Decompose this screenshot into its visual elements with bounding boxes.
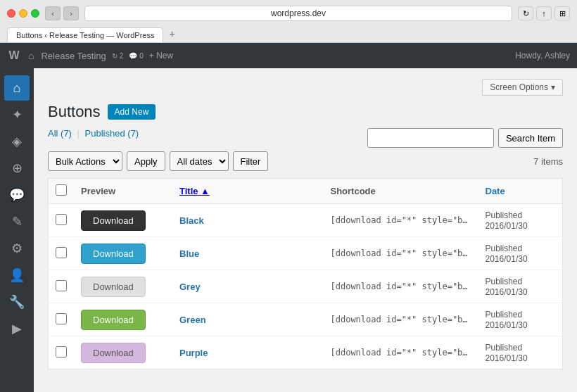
row-date-cell: Published 2016/01/30 (478, 204, 563, 237)
filter-button[interactable]: Filter (233, 151, 269, 171)
wp-logo[interactable]: W (7, 49, 21, 63)
home-icon[interactable]: ⌂ (28, 50, 34, 61)
row-date-cell: Published 2016/01/30 (478, 303, 563, 336)
shortcode-value: [ddownload id="*" style="butt (331, 248, 471, 258)
browser-tab-bar: Buttons ‹ Release Testing — WordPress + (7, 25, 570, 42)
filter-actions: Bulk Actions Apply All dates Filter 7 it… (48, 151, 563, 171)
sidebar-icon-dashboard[interactable]: ⌂ (4, 75, 30, 101)
download-button-green[interactable]: Download (81, 310, 146, 330)
item-title-link[interactable]: Grey (179, 282, 201, 292)
sidebar-icon-settings[interactable]: ▶ (4, 316, 30, 341)
refresh-button[interactable]: ↻ (518, 6, 533, 20)
comments-item[interactable]: 💬 0 (129, 52, 144, 60)
row-title-cell: Grey (172, 270, 324, 303)
row-checkbox[interactable] (56, 280, 67, 291)
row-shortcode-cell: [ddownload id="*" style="butt (324, 270, 478, 303)
shortcode-value: [ddownload id="*" style="butt (331, 348, 471, 358)
sidebar-icon-plugins[interactable]: ⚙ (4, 236, 30, 261)
shortcode-value: [ddownload id="*" style="butt (331, 282, 471, 291)
sort-title-link[interactable]: Title ▲ (179, 186, 210, 196)
comments-icon: 💬 (129, 52, 137, 60)
address-bar[interactable]: wordpress.dev (84, 6, 512, 21)
row-preview-cell: Download (74, 270, 172, 303)
sidebar-icon-tools[interactable]: 🔧 (4, 289, 30, 315)
table-row: Download Green [ddownload id="*" style="… (49, 303, 563, 336)
date-value: 2016/01/30 (486, 254, 528, 264)
download-button-purple[interactable]: Download (81, 343, 146, 363)
row-date-cell: Published 2016/01/30 (478, 237, 563, 270)
sidebar-icon-users[interactable]: 👤 (4, 263, 30, 288)
fullscreen-button[interactable] (31, 9, 39, 18)
sidebar-icon-comments[interactable]: 💬 (4, 182, 30, 208)
filter-actions-left: Bulk Actions Apply All dates Filter (48, 151, 268, 171)
page-title: Buttons (48, 103, 101, 121)
sidebar-icon-media[interactable]: ◈ (4, 129, 30, 154)
item-title-link[interactable]: Purple (179, 348, 208, 358)
header-date[interactable]: Date (478, 179, 563, 204)
close-button[interactable] (7, 9, 15, 18)
sidebar: ⌂ ✦ ◈ ⊕ 💬 ✎ ⚙ 👤 🔧 ▶ (0, 68, 34, 392)
updates-icon: ↻ (112, 52, 118, 60)
row-date-cell: Published 2016/01/30 (478, 270, 563, 303)
add-new-button[interactable]: Add New (108, 104, 156, 120)
select-all-checkbox[interactable] (56, 184, 67, 196)
screen-options-bar: Screen Options ▾ (48, 79, 563, 96)
new-content-button[interactable]: + New (149, 51, 173, 61)
bulk-actions-select[interactable]: Bulk Actions (48, 151, 122, 171)
items-table: Preview Title ▲ Shortcode Date (48, 178, 563, 369)
item-title-link[interactable]: Black (179, 215, 204, 226)
sidebar-icon-posts[interactable]: ✦ (4, 102, 30, 127)
apply-button[interactable]: Apply (127, 151, 165, 171)
main-content: Screen Options ▾ Buttons Add New All (7)… (34, 68, 577, 392)
download-button-black[interactable]: Download (81, 210, 146, 231)
published-filter-link[interactable]: Published (7) (85, 128, 139, 139)
date-value: 2016/01/30 (486, 320, 528, 330)
row-checkbox[interactable] (56, 313, 67, 324)
wp-admin-bar: W ⌂ Release Testing ↻ 2 💬 0 + New Howdy,… (0, 43, 577, 68)
shortcode-value: [ddownload id="*" style="butt (331, 215, 471, 225)
browser-tab[interactable]: Buttons ‹ Release Testing — WordPress (7, 27, 163, 42)
table-row: Download Grey [ddownload id="*" style="b… (49, 270, 563, 303)
row-checkbox-cell (49, 336, 75, 369)
row-title-cell: Black (172, 204, 324, 237)
new-window-button[interactable]: ⊞ (554, 6, 570, 20)
row-checkbox-cell (49, 204, 75, 237)
traffic-lights (7, 9, 39, 18)
header-title[interactable]: Title ▲ (172, 179, 324, 204)
row-shortcode-cell: [ddownload id="*" style="butt (324, 303, 478, 336)
row-checkbox[interactable] (56, 247, 67, 258)
item-title-link[interactable]: Green (179, 315, 206, 325)
search-area: Search Item (367, 128, 563, 148)
sidebar-icon-pages[interactable]: ⊕ (4, 156, 30, 181)
row-title-cell: Purple (172, 336, 324, 369)
header-shortcode: Shortcode (324, 179, 478, 204)
new-tab-button[interactable]: + (163, 25, 180, 42)
date-status: Published (486, 210, 523, 220)
search-input[interactable] (367, 128, 494, 148)
updates-item[interactable]: ↻ 2 (112, 52, 124, 60)
browser-chrome: ‹ › wordpress.dev ↻ ↑ ⊞ Buttons ‹ Releas… (0, 0, 577, 43)
browser-actions: ↻ ↑ ⊞ (518, 6, 570, 20)
table-row: Download Blue [ddownload id="*" style="b… (49, 237, 563, 270)
date-value: 2016/01/30 (486, 353, 528, 363)
date-status: Published (486, 244, 523, 253)
search-button[interactable]: Search Item (498, 128, 563, 148)
header-preview: Preview (74, 179, 172, 204)
download-button-blue[interactable]: Download (81, 244, 146, 264)
all-filter-link[interactable]: All (7) (48, 128, 72, 139)
row-title-cell: Blue (172, 237, 324, 270)
minimize-button[interactable] (19, 9, 27, 18)
download-button-grey[interactable]: Download (81, 277, 146, 297)
back-button[interactable]: ‹ (45, 6, 61, 20)
row-checkbox[interactable] (56, 346, 67, 358)
screen-options-button[interactable]: Screen Options ▾ (482, 79, 563, 96)
sidebar-icon-appearance[interactable]: ✎ (4, 209, 30, 234)
item-title-link[interactable]: Blue (179, 248, 199, 259)
table-row: Download Black [ddownload id="*" style="… (49, 204, 563, 237)
share-button[interactable]: ↑ (536, 6, 552, 20)
forward-button[interactable]: › (63, 6, 79, 20)
dates-select[interactable]: All dates (170, 151, 229, 171)
row-checkbox[interactable] (56, 214, 67, 225)
site-name[interactable]: Release Testing (41, 51, 106, 61)
date-status: Published (486, 343, 523, 353)
